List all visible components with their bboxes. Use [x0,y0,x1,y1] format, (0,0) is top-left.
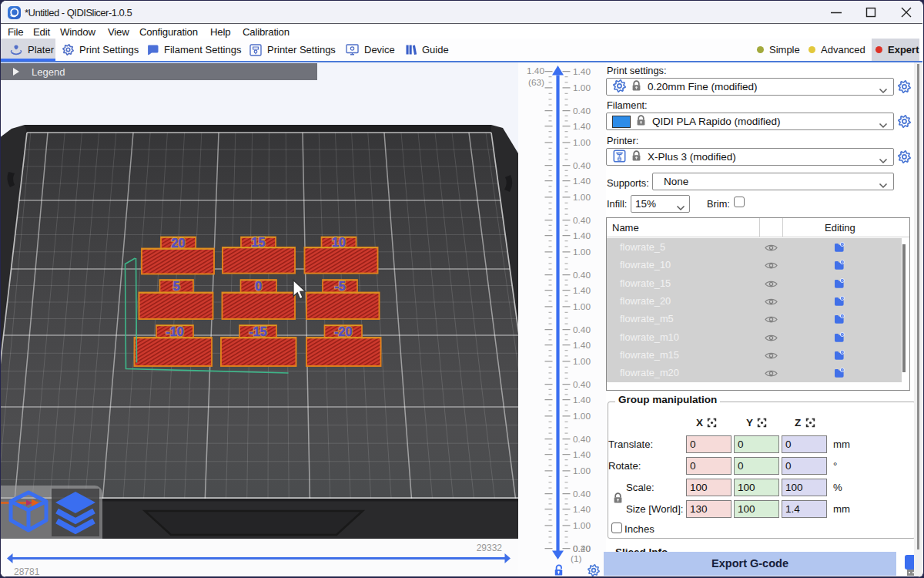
svg-text:1.40: 1.40 [573,66,591,77]
svg-text:1.00: 1.00 [573,465,591,476]
svg-text:15: 15 [252,236,266,249]
svg-text:1.00: 1.00 [573,520,591,531]
svg-text:-10: -10 [166,325,183,338]
svg-text:-20: -20 [334,325,352,338]
svg-text:0.40: 0.40 [573,215,591,226]
svg-text:1.00: 1.00 [573,301,591,312]
svg-text:20: 20 [172,237,186,250]
svg-text:5: 5 [173,280,180,293]
svg-text:0.40: 0.40 [573,106,591,116]
svg-text:1.40: 1.40 [573,230,591,241]
svg-text:0.40: 0.40 [573,434,591,445]
svg-text:1.40: 1.40 [573,285,591,296]
svg-text:29332: 29332 [477,543,503,553]
svg-text:1.00: 1.00 [573,247,591,257]
svg-text:1.40: 1.40 [527,66,544,76]
svg-text:1.40: 1.40 [573,504,591,515]
svg-text:0.40: 0.40 [573,160,591,171]
svg-text:1.40: 1.40 [573,449,591,460]
svg-text:1.00: 1.00 [573,356,591,367]
svg-text:1.40: 1.40 [573,121,591,132]
svg-text:1.40: 1.40 [573,340,591,351]
svg-text:0.40: 0.40 [573,489,591,499]
svg-text:-15: -15 [249,325,266,338]
svg-text:1.00: 1.00 [573,82,591,93]
svg-text:0.40: 0.40 [573,324,591,335]
svg-text:0: 0 [255,280,262,293]
svg-text:10: 10 [332,236,346,249]
svg-text:1.00: 1.00 [573,411,591,422]
svg-text:0.40: 0.40 [573,379,591,390]
svg-text:(1): (1) [571,553,581,564]
svg-text:1.40: 1.40 [573,395,591,405]
svg-text:1.00: 1.00 [573,137,591,148]
svg-text:0.20: 0.20 [573,543,591,554]
svg-text:-5: -5 [334,280,345,293]
svg-text:(63): (63) [528,77,544,88]
svg-text:0.40: 0.40 [573,270,591,281]
svg-text:1.00: 1.00 [573,192,591,203]
svg-text:1.40: 1.40 [573,176,591,187]
